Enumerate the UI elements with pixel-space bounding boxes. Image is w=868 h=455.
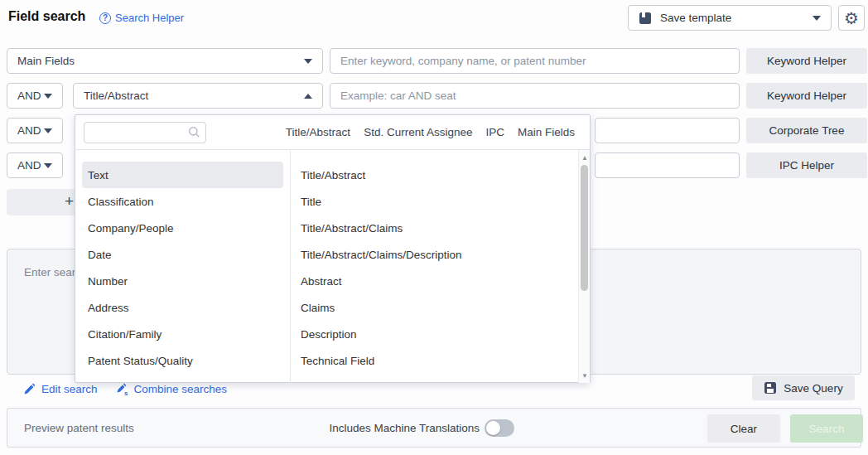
search-helper-link[interactable]: ? Search Helper bbox=[99, 12, 184, 24]
machine-translations-toggle[interactable] bbox=[485, 419, 514, 437]
category-item-patent-status-quality[interactable]: Patent Status/Quality bbox=[82, 347, 283, 374]
machine-translations-label: Includes Machine Translations bbox=[264, 422, 480, 434]
page-title: Field search bbox=[8, 9, 85, 24]
category-item-text[interactable]: Text bbox=[82, 162, 283, 188]
operator-value: AND bbox=[17, 124, 44, 137]
tab-std-current-assignee[interactable]: Std. Current Assignee bbox=[364, 126, 472, 138]
bookmark-icon bbox=[639, 12, 652, 25]
save-template-label: Save template bbox=[660, 12, 804, 24]
option-abstract[interactable]: Abstract bbox=[301, 268, 590, 294]
category-item-classification[interactable]: Classification bbox=[82, 188, 283, 215]
category-item-address[interactable]: Address bbox=[82, 294, 283, 321]
save-query-label: Save Query bbox=[784, 382, 842, 394]
operator-value: AND bbox=[17, 90, 44, 102]
field-select-value: Main Fields bbox=[17, 55, 304, 67]
save-disk-icon bbox=[764, 381, 777, 394]
scroll-up-icon[interactable]: ▲ bbox=[579, 152, 591, 163]
field-search-page: Field search ? Search Helper Save templa… bbox=[0, 0, 868, 455]
save-template-dropdown[interactable]: Save template bbox=[628, 5, 832, 31]
edit-search-link[interactable]: Edit search bbox=[23, 383, 98, 395]
category-item-number[interactable]: Number bbox=[82, 268, 283, 294]
keyword-input-row1[interactable] bbox=[330, 48, 740, 74]
category-item-company-people[interactable]: Company/People bbox=[82, 215, 283, 241]
pencil-s-icon: s bbox=[116, 383, 128, 395]
settings-button[interactable]: ⚙ bbox=[838, 5, 865, 31]
option-description[interactable]: Description bbox=[301, 321, 590, 347]
pencil-icon bbox=[23, 383, 36, 395]
option-list: Title/Abstract Title Title/Abstract/Clai… bbox=[291, 150, 590, 383]
combine-searches-link[interactable]: s Combine searches bbox=[116, 383, 228, 395]
option-title-abstract[interactable]: Title/Abstract bbox=[301, 162, 590, 188]
toggle-knob bbox=[486, 421, 500, 435]
panel-scrollbar[interactable]: ▲ ▼ bbox=[578, 150, 590, 383]
operator-value: AND bbox=[17, 159, 44, 172]
preview-results-label: Preview patent results bbox=[24, 422, 134, 434]
field-dropdown-body: Text Classification Company/People Date … bbox=[75, 150, 590, 383]
operator-select-row4[interactable]: AND bbox=[7, 152, 63, 178]
query-actions: Edit search s Combine searches bbox=[23, 383, 227, 395]
value-input-row3[interactable] bbox=[595, 118, 740, 143]
operator-select-row2[interactable]: AND bbox=[7, 83, 63, 109]
category-item-date[interactable]: Date bbox=[82, 241, 283, 268]
category-item-citation-family[interactable]: Citation/Family bbox=[82, 321, 283, 347]
chevron-down-icon bbox=[44, 163, 52, 168]
value-input-row4[interactable] bbox=[595, 152, 740, 178]
chevron-down-icon bbox=[44, 94, 52, 99]
option-technical-field[interactable]: Technical Field bbox=[301, 347, 590, 374]
option-claims[interactable]: Claims bbox=[301, 294, 590, 321]
tab-main-fields[interactable]: Main Fields bbox=[518, 126, 575, 138]
search-icon bbox=[188, 126, 200, 138]
field-filter-search[interactable] bbox=[84, 122, 206, 143]
chevron-down-icon bbox=[813, 16, 821, 21]
gear-icon: ⚙ bbox=[844, 10, 859, 27]
category-list: Text Classification Company/People Date … bbox=[75, 150, 291, 383]
corporate-tree-button[interactable]: Corporate Tree bbox=[746, 118, 867, 143]
svg-text:s: s bbox=[124, 390, 128, 396]
field-select-value: Title/Abstract bbox=[84, 90, 304, 102]
scrollbar-thumb[interactable] bbox=[581, 165, 588, 291]
keyword-input-row2[interactable] bbox=[330, 83, 740, 109]
field-dropdown-panel: Title/Abstract Std. Current Assignee IPC… bbox=[75, 114, 591, 383]
question-circle-icon: ? bbox=[99, 12, 111, 24]
keyword-helper-button-row2[interactable]: Keyword Helper bbox=[746, 83, 867, 109]
save-query-button[interactable]: Save Query bbox=[752, 375, 855, 400]
field-dropdown-header: Title/Abstract Std. Current Assignee IPC… bbox=[75, 115, 590, 150]
ipc-helper-button[interactable]: IPC Helper bbox=[746, 152, 867, 178]
combine-searches-label: Combine searches bbox=[134, 383, 228, 395]
chevron-down-icon bbox=[44, 128, 52, 133]
search-helper-label: Search Helper bbox=[115, 12, 184, 24]
clear-button[interactable]: Clear bbox=[707, 414, 780, 443]
chevron-down-icon bbox=[304, 59, 312, 64]
operator-select-row3[interactable]: AND bbox=[7, 118, 63, 143]
search-button[interactable]: Search bbox=[790, 414, 863, 443]
scroll-down-icon[interactable]: ▼ bbox=[579, 370, 591, 381]
field-select-main-fields[interactable]: Main Fields bbox=[7, 48, 323, 74]
bottom-bar: Preview patent results Includes Machine … bbox=[7, 408, 861, 448]
edit-search-label: Edit search bbox=[41, 383, 98, 395]
chevron-up-icon bbox=[304, 94, 312, 99]
option-title-abstract-claims-description[interactable]: Title/Abstract/Claims/Description bbox=[301, 241, 590, 268]
keyword-helper-button-row1[interactable]: Keyword Helper bbox=[746, 48, 867, 74]
tab-ipc[interactable]: IPC bbox=[485, 126, 504, 138]
field-select-title-abstract-open[interactable]: Title/Abstract bbox=[73, 83, 323, 109]
recent-field-tabs: Title/Abstract Std. Current Assignee IPC… bbox=[286, 126, 575, 138]
option-title-abstract-claims[interactable]: Title/Abstract/Claims bbox=[301, 215, 590, 241]
option-title[interactable]: Title bbox=[301, 188, 590, 215]
plus-icon: + bbox=[65, 193, 74, 210]
tab-title-abstract[interactable]: Title/Abstract bbox=[286, 126, 350, 138]
